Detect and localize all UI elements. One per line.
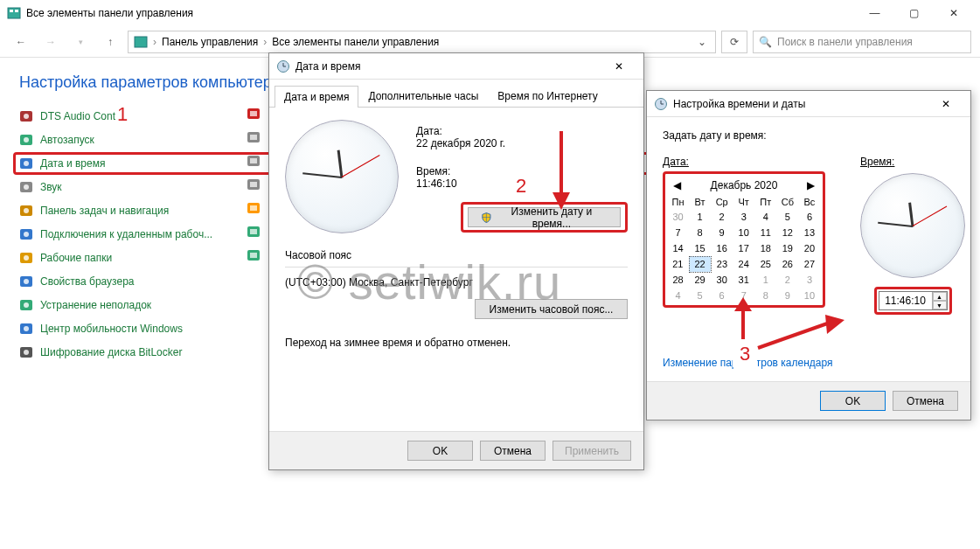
time-spinner[interactable]: ▲▼ [932,292,947,309]
cp-item-label: DTS Audio Cont [40,110,115,122]
calendar-day[interactable]: 10 [733,225,754,240]
calendar-day[interactable]: 5 [689,288,711,303]
calendar-day[interactable]: 2 [776,272,798,288]
ok-button[interactable]: OK [820,391,886,411]
calendar-params-link[interactable]: Изменение параметров календаря [663,357,833,369]
calendar-day[interactable]: 30 [667,209,689,225]
cp-item-label: Свойства браузера [40,275,135,288]
calendar-day[interactable]: 6 [711,288,733,303]
calendar-day[interactable]: 15 [689,240,711,256]
time-label: Время: [860,156,965,168]
calendar-day[interactable]: 14 [667,240,689,256]
tab-datetime[interactable]: Дата и время [275,86,358,108]
minimize-button[interactable]: — [855,0,894,26]
dialog-close-button[interactable]: ✕ [928,92,963,116]
svg-point-5 [24,114,29,119]
cp-item-icon [247,130,261,144]
search-icon: 🔍 [759,36,772,48]
calendar-day[interactable]: 3 [733,209,754,225]
calendar-month-title[interactable]: Декабрь 2020 [711,179,778,191]
calendar-day[interactable]: 27 [798,256,820,272]
calendar-day[interactable]: 18 [754,240,776,256]
calendar-highlight: ◀ Декабрь 2020 ▶ ПнВтСрЧтПтСбВс301234567… [663,171,825,308]
refresh-button[interactable]: ⟳ [721,31,747,53]
svg-point-17 [24,255,29,261]
calendar-day[interactable]: 26 [776,256,798,272]
calendar-day[interactable]: 31 [733,272,754,288]
cp-item-label: Шифрование диска BitLocker [40,346,182,358]
calendar-day[interactable]: 3 [798,272,820,288]
forward-button[interactable]: → [38,30,63,54]
calendar-day[interactable]: 1 [754,272,776,288]
calendar-day[interactable]: 20 [798,240,820,256]
cp-item-icon [19,251,33,265]
cp-item-label: Центр мобильности Windows [40,323,183,335]
svg-point-19 [24,279,29,284]
prev-month-button[interactable]: ◀ [671,179,683,191]
calendar-day[interactable]: 11 [754,225,776,240]
calendar-day[interactable]: 9 [711,225,733,240]
svg-rect-39 [250,253,257,258]
calendar-day[interactable]: 4 [667,288,689,303]
close-button[interactable]: ✕ [934,0,973,26]
back-button[interactable]: ← [9,30,33,54]
calendar-day[interactable]: 19 [776,240,798,256]
calendar-day[interactable]: 9 [776,288,798,303]
calendar-day[interactable]: 23 [711,256,733,272]
calendar[interactable]: ◀ Декабрь 2020 ▶ ПнВтСрЧтПтСбВс301234567… [667,176,821,303]
cp-item-label: Звук [40,181,62,193]
svg-point-11 [24,184,29,190]
calendar-day[interactable]: 21 [667,256,689,272]
dialog-close-button[interactable]: ✕ [601,54,636,79]
ok-button[interactable]: OK [407,441,473,461]
svg-point-13 [24,208,29,213]
calendar-day[interactable]: 28 [667,272,689,288]
calendar-day[interactable]: 25 [754,256,776,272]
apply-button[interactable]: Применить [553,441,631,461]
calendar-day[interactable]: 13 [798,225,820,240]
tab-additional-clocks[interactable]: Дополнительные часы [358,85,488,107]
tab-internet-time[interactable]: Время по Интернету [488,85,607,107]
calendar-day[interactable]: 1 [689,209,711,225]
recent-locations-dropdown[interactable]: ▾ [68,30,93,54]
calendar-day[interactable]: 12 [776,225,798,240]
calendar-day[interactable]: 16 [711,240,733,256]
calendar-day[interactable]: 10 [798,288,820,303]
search-box[interactable]: 🔍 Поиск в панели управления [753,31,971,53]
calendar-day[interactable]: 8 [689,225,711,240]
calendar-day[interactable]: 2 [711,209,733,225]
calendar-day[interactable]: 30 [711,272,733,288]
breadcrumb-item[interactable]: Панель управления [162,36,258,48]
breadcrumb-item[interactable]: Все элементы панели управления [272,36,439,48]
calendar-day[interactable]: 17 [733,240,754,256]
calendar-day[interactable]: 7 [733,288,754,303]
next-month-button[interactable]: ▶ [805,179,817,191]
calendar-day[interactable]: 24 [733,256,754,272]
address-bar[interactable]: › Панель управления › Все элементы панел… [128,31,716,53]
dst-text: Переход на зимнее время и обратно отмене… [285,337,628,349]
time-field[interactable] [879,295,932,307]
svg-point-25 [24,350,29,355]
svg-point-9 [24,161,29,166]
up-button[interactable]: ↑ [98,30,122,54]
cp-item-icon [19,298,33,312]
subtitle: Задать дату и время: [663,129,955,142]
time-input[interactable]: ▲▼ [879,291,948,310]
change-timezone-button[interactable]: Изменить часовой пояс... [475,299,628,319]
calendar-day[interactable]: 5 [776,209,798,225]
maximize-button[interactable]: ▢ [894,0,934,26]
calendar-day[interactable]: 4 [754,209,776,225]
cancel-button[interactable]: Отмена [893,391,958,411]
cancel-button[interactable]: Отмена [480,441,546,461]
change-datetime-button[interactable]: Изменить дату и время... [468,207,621,227]
calendar-day[interactable]: 29 [689,272,711,288]
calendar-day[interactable]: 6 [798,209,820,225]
calendar-day[interactable]: 7 [667,225,689,240]
address-dropdown[interactable]: ⌄ [694,36,710,48]
calendar-day[interactable]: 22 [689,256,711,272]
date-time-dialog: Дата и время ✕ Дата и время Дополнительн… [268,52,644,470]
date-value: 22 декабря 2020 г. [416,137,628,149]
calendar-day[interactable]: 8 [754,288,776,303]
cp-item-label: Устранение неполадок [40,299,151,311]
timezone-value: (UTC+03:00) Москва, Санкт-Петербург [285,276,628,288]
